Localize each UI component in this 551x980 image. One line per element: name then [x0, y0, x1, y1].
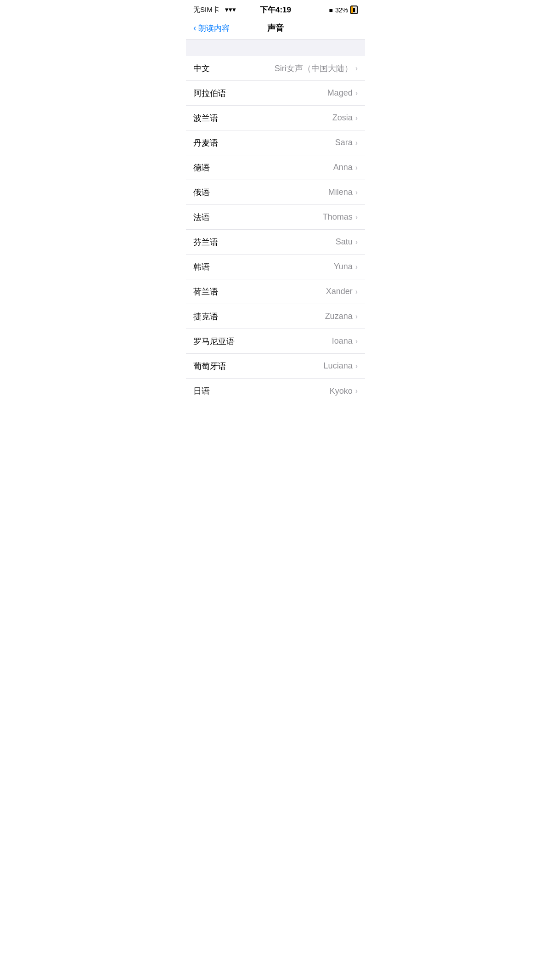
list-item[interactable]: 波兰语Zosia› — [186, 106, 365, 130]
voice-value-wrapper: Zosia› — [332, 113, 358, 123]
voice-value-wrapper: Milena› — [328, 187, 358, 197]
language-label: 俄语 — [193, 187, 210, 198]
list-item[interactable]: 荷兰语Xander› — [186, 279, 365, 304]
chevron-right-icon: › — [355, 64, 358, 73]
voice-value-wrapper: Maged› — [327, 88, 358, 98]
list-item[interactable]: 葡萄牙语Luciana› — [186, 354, 365, 379]
voice-name: Thomas — [323, 212, 353, 222]
voice-name: Milena — [328, 187, 353, 197]
voice-name: Sara — [335, 138, 353, 147]
page-title: 声音 — [267, 23, 284, 34]
voice-name: Anna — [333, 163, 353, 172]
wifi-icon: ▾▾▾ — [225, 6, 236, 13]
language-list: 中文Siri女声（中国大陆）›阿拉伯语Maged›波兰语Zosia›丹麦语Sar… — [186, 56, 365, 403]
language-label: 法语 — [193, 212, 210, 223]
voice-name: Satu — [336, 237, 353, 247]
list-item[interactable]: 俄语Milena› — [186, 180, 365, 205]
battery-percent: 32% — [335, 6, 348, 14]
voice-value-wrapper: Zuzana› — [325, 312, 358, 321]
voice-value-wrapper: Luciana› — [324, 361, 358, 371]
voice-value-wrapper: Kyoko› — [330, 386, 358, 396]
voice-value-wrapper: Ioana› — [332, 336, 358, 346]
chevron-right-icon: › — [355, 238, 358, 246]
chevron-right-icon: › — [355, 164, 358, 172]
carrier-text: 无SIM卡 — [193, 6, 219, 13]
language-label: 荷兰语 — [193, 286, 218, 297]
chevron-right-icon: › — [355, 114, 358, 122]
list-item[interactable]: 罗马尼亚语Ioana› — [186, 329, 365, 354]
voice-value-wrapper: Thomas› — [323, 212, 358, 222]
list-item[interactable]: 丹麦语Sara› — [186, 130, 365, 155]
chevron-right-icon: › — [355, 139, 358, 147]
nav-bar: ‹ 朗读内容 声音 — [186, 18, 365, 40]
voice-name: Xander — [326, 287, 353, 296]
list-item[interactable]: 法语Thomas› — [186, 205, 365, 230]
chevron-right-icon: › — [355, 312, 358, 321]
language-label: 波兰语 — [193, 113, 218, 124]
language-label: 日语 — [193, 385, 210, 397]
voice-name: Luciana — [324, 361, 353, 371]
status-time: 下午4:19 — [260, 5, 291, 15]
back-chevron-icon: ‹ — [193, 23, 197, 33]
section-spacer — [186, 40, 365, 56]
language-label: 捷克语 — [193, 311, 218, 322]
voice-value-wrapper: Yuna› — [334, 262, 358, 272]
language-label: 葡萄牙语 — [193, 361, 226, 372]
language-label: 韩语 — [193, 261, 210, 272]
chevron-right-icon: › — [355, 288, 358, 296]
lock-icon: ■ — [329, 6, 333, 14]
voice-value-wrapper: Satu› — [336, 237, 358, 247]
voice-name: Yuna — [334, 262, 353, 272]
status-right: ■ 32% ▮ — [329, 6, 358, 14]
voice-value-wrapper: Sara› — [335, 138, 358, 147]
list-item[interactable]: 阿拉伯语Maged› — [186, 81, 365, 106]
back-button[interactable]: ‹ 朗读内容 — [193, 23, 230, 34]
language-label: 芬兰语 — [193, 237, 218, 248]
list-item[interactable]: 德语Anna› — [186, 155, 365, 180]
status-bar: 无SIM卡 ▾▾▾ 下午4:19 ■ 32% ▮ — [186, 0, 365, 18]
voice-name: Zosia — [332, 113, 353, 123]
list-item[interactable]: 中文Siri女声（中国大陆）› — [186, 56, 365, 81]
voice-name: Maged — [327, 88, 353, 98]
voice-value-wrapper: Xander› — [326, 287, 358, 296]
voice-value-wrapper: Anna› — [333, 163, 358, 172]
chevron-right-icon: › — [355, 263, 358, 271]
voice-name: Ioana — [332, 336, 353, 346]
voice-value-wrapper: Siri女声（中国大陆）› — [275, 63, 358, 74]
chevron-right-icon: › — [355, 89, 358, 97]
list-item[interactable]: 捷克语Zuzana› — [186, 304, 365, 329]
list-item[interactable]: 芬兰语Satu› — [186, 230, 365, 255]
language-label: 中文 — [193, 63, 210, 74]
language-label: 丹麦语 — [193, 137, 218, 148]
chevron-right-icon: › — [355, 362, 358, 370]
language-label: 罗马尼亚语 — [193, 336, 235, 347]
chevron-right-icon: › — [355, 188, 358, 197]
list-item[interactable]: 日语Kyoko› — [186, 379, 365, 403]
list-item[interactable]: 韩语Yuna› — [186, 255, 365, 279]
language-label: 阿拉伯语 — [193, 88, 226, 99]
voice-name: Zuzana — [325, 312, 353, 321]
voice-name: Siri女声（中国大陆） — [275, 63, 353, 74]
chevron-right-icon: › — [355, 337, 358, 346]
back-label: 朗读内容 — [198, 23, 230, 34]
battery-icon: ▮ — [350, 6, 358, 14]
chevron-right-icon: › — [355, 387, 358, 395]
carrier-wifi: 无SIM卡 ▾▾▾ — [193, 6, 236, 14]
voice-name: Kyoko — [330, 386, 353, 396]
language-label: 德语 — [193, 162, 210, 173]
chevron-right-icon: › — [355, 213, 358, 221]
